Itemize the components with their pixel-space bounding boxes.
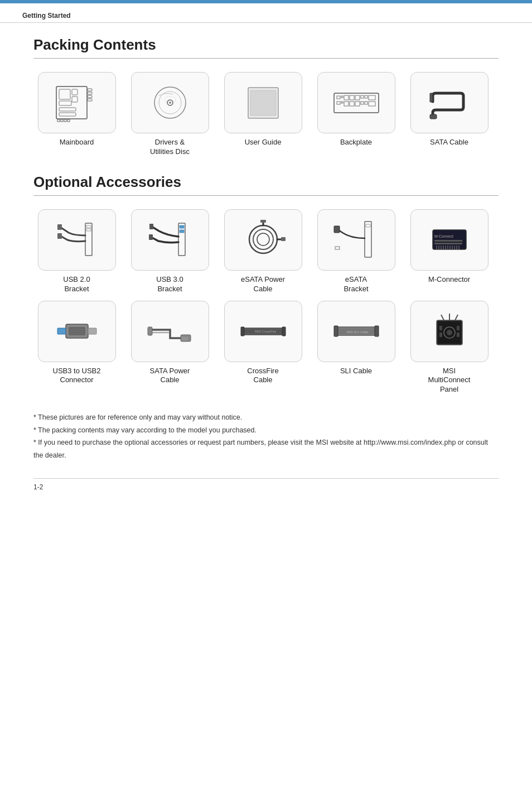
mainboard-icon — [52, 82, 102, 124]
svg-rect-23 — [337, 96, 340, 99]
svg-rect-43 — [86, 229, 91, 231]
sli-cable-icon: MSI SLI Cable — [331, 310, 381, 352]
sata-cable-label: SATA Cable — [430, 138, 468, 147]
header-section: Getting Started — [0, 3, 532, 23]
footnotes: * These pictures are for reference only … — [33, 411, 499, 461]
usb3-bracket-image — [131, 209, 209, 271]
page-wrapper: Getting Started Packing Contents — [0, 0, 532, 799]
optional-accessories-grid: USB 2.0Bracket USB 3.0Brac — [33, 209, 499, 394]
svg-line-100 — [441, 315, 444, 320]
msi-multiconnect-label: MSIMultiConnectPanel — [428, 367, 471, 395]
svg-rect-39 — [430, 114, 437, 119]
usb3-bracket-label: USB 3.0Bracket — [156, 275, 183, 294]
svg-rect-62 — [434, 240, 462, 242]
svg-rect-4 — [59, 101, 71, 105]
item-esata-power-cable: eSATA PowerCable — [220, 209, 306, 294]
usb3-usb2-icon — [52, 310, 102, 352]
item-m-connector: M·Connect — [406, 209, 492, 294]
m-connector-icon: M·Connect — [424, 219, 475, 261]
svg-rect-42 — [86, 225, 91, 228]
svg-rect-36 — [361, 102, 364, 104]
item-backplate: Backplate — [313, 72, 399, 157]
sata-cable-image — [410, 72, 489, 133]
item-msi-multiconnect: MSIMultiConnectPanel — [406, 301, 492, 395]
svg-rect-24 — [341, 96, 343, 98]
svg-rect-105 — [439, 326, 442, 330]
svg-rect-21 — [250, 90, 276, 115]
backplate-label: Backplate — [340, 138, 372, 147]
svg-rect-11 — [57, 119, 60, 122]
esata-bracket-icon — [331, 219, 381, 261]
svg-rect-41 — [85, 223, 92, 256]
svg-rect-13 — [64, 119, 66, 122]
mainboard-image — [38, 72, 116, 133]
crossfire-image: MSI CrossFire — [224, 301, 302, 362]
item-sata-power: SATA PowerCable — [127, 301, 213, 395]
svg-rect-28 — [361, 95, 364, 98]
item-usb3-usb2: USB3 to USB2Connector — [33, 301, 120, 395]
optional-accessories-title: Optional Accessories — [33, 174, 499, 196]
svg-rect-76 — [69, 327, 85, 335]
user-guide-image — [224, 72, 302, 133]
svg-rect-63 — [434, 243, 462, 244]
svg-rect-3 — [72, 97, 78, 102]
svg-rect-96 — [375, 326, 379, 336]
sata-power-label: SATA PowerCable — [150, 367, 190, 386]
svg-rect-95 — [334, 326, 338, 336]
svg-rect-9 — [88, 95, 92, 98]
esata-power-cable-icon — [238, 219, 288, 261]
drivers-disc-label: Drivers &Utilities Disc — [150, 138, 190, 157]
svg-rect-7 — [88, 89, 92, 91]
svg-rect-37 — [365, 102, 367, 104]
svg-rect-108 — [457, 333, 460, 337]
svg-rect-31 — [337, 102, 340, 104]
svg-line-102 — [455, 315, 458, 320]
svg-rect-106 — [439, 333, 442, 337]
svg-rect-44 — [57, 224, 62, 230]
svg-rect-57 — [366, 224, 370, 227]
usb2-bracket-icon — [52, 219, 102, 261]
svg-rect-25 — [344, 95, 349, 100]
svg-rect-29 — [365, 95, 367, 98]
svg-rect-22 — [334, 93, 379, 113]
svg-rect-30 — [369, 95, 375, 100]
mainboard-label: Mainboard — [60, 138, 94, 147]
esata-bracket-label: eSATABracket — [344, 275, 368, 294]
packing-contents-grid: Mainboard Drivers &Utiliti — [33, 72, 499, 157]
svg-point-104 — [447, 330, 452, 335]
sata-cable-icon — [424, 82, 475, 124]
sata-power-icon — [145, 310, 195, 352]
svg-rect-78 — [88, 328, 96, 334]
svg-rect-34 — [350, 102, 354, 106]
svg-rect-82 — [148, 327, 152, 335]
svg-rect-5 — [59, 108, 76, 111]
svg-rect-47 — [180, 225, 184, 228]
crossfire-label: CrossFireCable — [247, 367, 278, 386]
sata-power-image — [131, 301, 209, 362]
crossfire-icon: MSI CrossFire — [238, 310, 288, 352]
usb2-bracket-label: USB 2.0Bracket — [63, 275, 90, 294]
svg-rect-6 — [59, 113, 76, 116]
esata-power-cable-image — [224, 209, 302, 271]
item-sata-cable: SATA Cable — [406, 72, 492, 157]
svg-rect-26 — [350, 95, 354, 100]
disc-icon — [145, 82, 195, 124]
svg-rect-59 — [335, 247, 340, 249]
svg-rect-49 — [149, 224, 153, 229]
footnote-3: * If you need to purchase the optional a… — [33, 436, 499, 461]
svg-rect-91 — [282, 327, 286, 336]
usb3-bracket-icon — [145, 219, 195, 261]
backplate-image — [317, 72, 395, 133]
svg-rect-32 — [341, 102, 343, 103]
esata-power-cable-label: eSATA PowerCable — [241, 275, 285, 294]
packing-contents-title: Packing Contents — [33, 36, 499, 59]
item-usb2-bracket: USB 2.0Bracket — [33, 209, 120, 294]
svg-rect-55 — [281, 237, 286, 241]
item-mainboard: Mainboard — [33, 72, 120, 157]
svg-point-53 — [257, 233, 269, 246]
svg-rect-77 — [57, 328, 66, 334]
svg-text:MSI SLI Cable: MSI SLI Cable — [347, 330, 369, 334]
user-guide-label: User Guide — [245, 138, 282, 147]
svg-rect-60 — [433, 230, 466, 249]
sli-cable-label: SLI Cable — [340, 367, 372, 376]
